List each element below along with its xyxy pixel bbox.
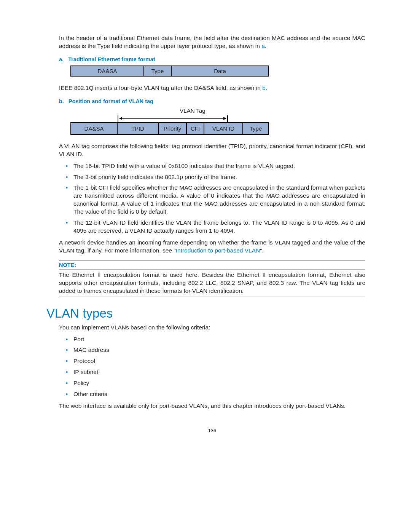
list-item: MAC address [73,346,365,354]
list-item: Other criteria [73,390,365,398]
vlan-tag-fields-list: The 16-bit TPID field with a value of 0x… [59,162,365,235]
cell-data: Data [171,66,269,76]
text: . [265,43,266,49]
caption-prefix: a. [59,56,64,62]
paragraph-3: A VLAN tag comprises the following field… [59,142,365,158]
paragraph-4: A network device handles an incoming fra… [59,239,365,255]
text: . [266,85,267,91]
vlan-types-outro: The web interface is available only for … [59,402,365,410]
paragraph-2: IEEE 802.1Q inserts a four-byte VLAN tag… [59,84,365,92]
port-based-vlan-link[interactable]: Introduction to port-based VLAN [176,247,260,254]
note-body: The Ethernet II encapsulation format is … [59,271,365,295]
note-block: NOTE: The Ethernet II encapsulation form… [59,260,365,297]
cell-tpid: TPID [117,123,158,134]
figure-b-diagram: VLAN Tag DA&SA TPID Priority CFI VLAN ID… [70,107,365,135]
vlan-types-intro: You can implement VLANs based on the fol… [59,324,365,332]
vlan-types-list: Port MAC address Protocol IP subnet Poli… [59,335,365,399]
list-item: Protocol [73,357,365,365]
extent-arrow [70,115,276,122]
figure-a-diagram: DA&SA Type Data [70,66,269,77]
cell-priority: Priority [158,123,186,134]
list-item: The 1-bit CFI field specifies whether th… [73,184,365,216]
cell-vlanid: VLAN ID [204,123,243,134]
cell-type: Type [144,66,171,76]
list-item: The 16-bit TPID field with a value of 0x… [73,162,365,170]
figure-a-ref[interactable]: a [261,43,265,49]
figure-a-caption: a. Traditional Ethernet frame format [59,56,365,62]
vlan-tag-label: VLAN Tag [70,107,271,114]
cell-dasa: DA&SA [71,66,144,76]
intro-paragraph: In the header of a traditional Ethernet … [59,34,365,50]
figure-b-ref[interactable]: b [262,85,266,91]
text: ". [260,247,264,254]
caption-text: Traditional Ethernet frame format [68,56,155,62]
list-item: IP subnet [73,368,365,376]
list-item: The 12-bit VLAN ID field identifies the … [73,219,365,235]
figure-b-caption: b. Position and format of VLAN tag [59,98,365,104]
caption-text: Position and format of VLAN tag [68,98,153,104]
list-item: Port [73,335,365,343]
list-item: The 3-bit priority field indicates the 8… [73,173,365,181]
text: In the header of a traditional Ethernet … [59,35,365,49]
note-label: NOTE: [59,262,365,270]
cell-type: Type [243,123,269,134]
section-heading-vlan-types: VLAN types [46,306,365,321]
page-content: In the header of a traditional Ethernet … [0,0,411,449]
cell-cfi: CFI [186,123,204,134]
page-number: 136 [59,428,365,433]
text: IEEE 802.1Q inserts a four-byte VLAN tag… [59,85,262,91]
cell-dasa: DA&SA [71,123,117,134]
list-item: Policy [73,379,365,387]
caption-prefix: b. [59,98,64,104]
